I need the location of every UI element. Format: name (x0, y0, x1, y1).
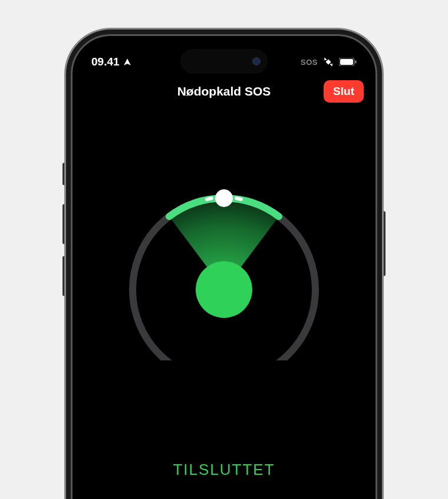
header: Nødopkald SOS Slut (73, 84, 375, 99)
satellite-icon (322, 56, 334, 68)
svg-rect-2 (340, 59, 353, 65)
dynamic-island (180, 49, 268, 74)
svg-rect-0 (325, 59, 331, 64)
center-indicator (196, 261, 252, 318)
camera-lens (252, 57, 261, 65)
volume-down-button (62, 256, 66, 296)
satellite-position-dot (215, 189, 233, 207)
sos-indicator: SOS (301, 58, 318, 67)
status-bar-right: SOS (301, 56, 357, 68)
targeting-visual (124, 160, 324, 360)
page-title: Nødopkald SOS (177, 84, 271, 99)
satellite-targeting (124, 160, 324, 360)
connection-status: TILSLUTTET (73, 461, 375, 479)
status-time: 09.41 (91, 55, 120, 68)
volume-up-button (62, 204, 66, 244)
end-call-button[interactable]: Slut (324, 80, 364, 103)
battery-icon (339, 58, 357, 66)
phone-frame: 09.41 SOS (71, 34, 377, 499)
svg-rect-3 (355, 61, 357, 64)
mute-switch (62, 163, 66, 185)
phone-body: 09.41 SOS (71, 34, 377, 499)
status-bar-left: 09.41 (91, 55, 131, 68)
power-button (382, 211, 386, 276)
location-icon (123, 58, 131, 66)
